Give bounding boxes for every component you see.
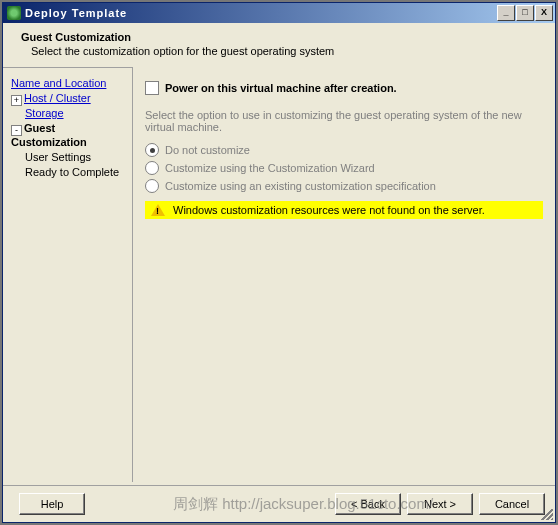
option-do-not-customize: Do not customize (145, 143, 543, 157)
radio-button (145, 161, 159, 175)
step-label: Ready to Complete (25, 166, 119, 178)
radio-button (145, 179, 159, 193)
warning-icon (151, 204, 165, 216)
sidebar-item-ready-complete: Ready to Complete (25, 165, 128, 179)
radio-label: Do not customize (165, 144, 250, 156)
back-button[interactable]: < Back (335, 493, 401, 515)
warning-text: Windows customization resources were not… (173, 204, 485, 216)
page-subtitle: Select the customization option for the … (31, 45, 555, 57)
sidebar-item-storage[interactable]: Storage (25, 106, 128, 120)
help-button[interactable]: Help (19, 493, 85, 515)
step-link[interactable]: Name and Location (11, 77, 106, 89)
wizard-content: Power on this virtual machine after crea… (133, 67, 555, 482)
page-title: Guest Customization (21, 31, 555, 43)
step-label: User Settings (25, 151, 91, 163)
radio-label: Customize using the Customization Wizard (165, 162, 375, 174)
close-button[interactable]: X (535, 5, 553, 21)
warning-bar: Windows customization resources were not… (145, 201, 543, 219)
cancel-button[interactable]: Cancel (479, 493, 545, 515)
power-on-label: Power on this virtual machine after crea… (165, 82, 397, 94)
expand-icon[interactable]: + (11, 95, 22, 106)
next-button[interactable]: Next > (407, 493, 473, 515)
sidebar-item-guest-customization: -Guest Customization (11, 121, 128, 149)
titlebar: Deploy Template _ □ X (3, 3, 555, 23)
window-title: Deploy Template (25, 7, 497, 19)
minimize-button[interactable]: _ (497, 5, 515, 21)
step-link[interactable]: Storage (25, 107, 64, 119)
sidebar-item-name-location[interactable]: Name and Location (11, 76, 128, 90)
power-on-checkbox[interactable] (145, 81, 159, 95)
radio-button (145, 143, 159, 157)
collapse-icon[interactable]: - (11, 125, 22, 136)
options-description: Select the option to use in customizing … (145, 109, 543, 133)
radio-label: Customize using an existing customizatio… (165, 180, 436, 192)
maximize-button[interactable]: □ (516, 5, 534, 21)
wizard-footer: Help < Back Next > Cancel (3, 485, 555, 522)
sidebar-item-user-settings: User Settings (25, 150, 128, 164)
wizard-header: Guest Customization Select the customiza… (3, 23, 555, 68)
dialog-window: Deploy Template _ □ X Guest Customizatio… (2, 2, 556, 523)
app-icon (7, 6, 21, 20)
step-link[interactable]: Host / Cluster (24, 92, 91, 104)
step-current: Guest Customization (11, 122, 87, 148)
resize-grip[interactable] (541, 508, 553, 520)
option-customize-existing: Customize using an existing customizatio… (145, 179, 543, 193)
wizard-steps: Name and Location +Host / Cluster Storag… (3, 67, 133, 482)
sidebar-item-host-cluster[interactable]: +Host / Cluster (11, 91, 128, 105)
option-customize-wizard: Customize using the Customization Wizard (145, 161, 543, 175)
